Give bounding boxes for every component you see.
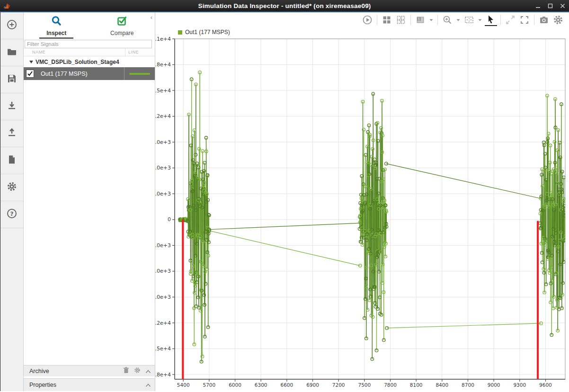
y-tick-label: -3.0e+3 [155, 242, 171, 249]
x-tick-label: 8700 [462, 382, 474, 388]
tab-inspect[interactable]: Inspect [24, 12, 89, 39]
settings-gear-icon [7, 181, 17, 194]
x-tick-label: 7800 [384, 382, 397, 388]
x-tick-label: 5400 [177, 382, 190, 388]
panel-tabs: Inspect Compare ‹ [24, 12, 155, 39]
signal-table-header: NAME LINE [24, 48, 155, 56]
plot-panel: 1 Out1 (177 MSPS) 2.1e+41.8e+41.5e+41.2e… [155, 12, 569, 391]
sidebar-button-settings-gear[interactable] [0, 174, 23, 201]
tree-group-row[interactable]: VMC_DSPLib_Solution_Stage4 [24, 56, 155, 67]
y-tick-label: 1.5e+4 [155, 88, 171, 94]
signal-line-swatch [129, 73, 150, 75]
toolbar-separator [500, 15, 501, 25]
sidebar-button-add-circle[interactable] [0, 12, 23, 39]
sync-subplots-grid-button[interactable] [395, 14, 407, 26]
x-tick-label: 8400 [436, 382, 448, 388]
tab-compare[interactable]: Compare [89, 12, 155, 39]
window-title: Simulation Data Inspector - untitled* (o… [0, 2, 569, 9]
minimize-button[interactable] [535, 3, 541, 9]
x-tick-label: 7200 [332, 382, 345, 388]
y-tick-label: 2.1e+4 [155, 37, 171, 42]
settings-gear-button[interactable] [552, 14, 564, 26]
save-disk-icon [7, 73, 17, 86]
signal-row[interactable]: Out1 (177 MSPS) [24, 67, 155, 80]
caret-down-icon[interactable] [455, 14, 461, 26]
title-bar: Simulation Data Inspector - untitled* (o… [0, 0, 569, 12]
y-tick-label: 3.0e+3 [155, 191, 171, 197]
toolbar-separator [410, 15, 411, 25]
column-header-line: LINE [125, 48, 155, 56]
zoom-in-button[interactable] [441, 14, 453, 26]
compare-check-icon [116, 15, 128, 28]
x-tick-label: 9000 [488, 382, 500, 388]
collapse-panel-icon[interactable]: ‹ [151, 14, 152, 21]
column-header-name: NAME [24, 48, 125, 56]
plot-toolbar: 1 [155, 12, 569, 27]
fit-to-view-button[interactable] [463, 14, 475, 26]
expand-diagonal-button[interactable] [504, 14, 516, 26]
y-tick-label: -9.0e+3 [155, 294, 171, 300]
active-tab-underline [39, 37, 73, 39]
caret-down-icon[interactable] [477, 14, 483, 26]
caret-down-icon[interactable] [428, 14, 434, 26]
legend-label: Out1 (177 MSPS) [185, 29, 230, 36]
toolbar-separator [377, 15, 377, 25]
y-tick-label: 0 [168, 216, 171, 223]
y-tick-label: 1.8e+4 [155, 62, 171, 68]
y-tick-label: -1.8e+4 [155, 372, 171, 378]
legend-swatch [178, 30, 182, 35]
x-tick-label: 5700 [203, 382, 216, 388]
sidebar-button-open-folder[interactable] [0, 39, 23, 66]
plot-area[interactable]: 2.1e+41.8e+41.5e+41.2e+49.0e+36.0e+33.0e… [155, 37, 569, 391]
filter-signals-input[interactable] [25, 40, 152, 48]
replay-circle-button[interactable] [361, 14, 373, 26]
y-tick-label: 6.0e+3 [155, 165, 171, 171]
magnifier-icon [51, 15, 62, 28]
maximize-button[interactable] [547, 3, 553, 9]
matlab-logo-icon [3, 2, 11, 10]
sidebar-button-import-arrow-down[interactable] [0, 93, 23, 120]
x-tick-label: 9600 [539, 382, 552, 388]
x-tick-label: 7500 [358, 382, 371, 388]
sidebar-button-export-arrow-up[interactable] [0, 120, 23, 147]
y-tick-label: 1.2e+4 [155, 113, 171, 119]
add-circle-icon [7, 19, 17, 32]
sidebar-button-help-circle[interactable]: ? [0, 201, 23, 228]
camera-snapshot-button[interactable] [538, 14, 550, 26]
export-arrow-up-icon [7, 127, 17, 140]
trash-icon[interactable] [123, 367, 129, 375]
fullscreen-brackets-button[interactable] [518, 14, 531, 26]
layout-grid-button[interactable] [381, 14, 393, 26]
help-circle-icon: ? [7, 208, 17, 221]
svg-text:?: ? [10, 211, 14, 217]
tree-group-label: VMC_DSPLib_Solution_Stage4 [36, 59, 119, 65]
signal-tree: VMC_DSPLib_Solution_Stage4 Out1 (177 MSP… [24, 56, 155, 365]
single-view-1-button[interactable]: 1 [414, 14, 427, 26]
signal-trace [178, 71, 567, 363]
y-tick-label: 9.0e+3 [155, 139, 171, 145]
open-folder-icon [7, 46, 17, 59]
toolbar-separator [437, 15, 438, 25]
x-tick-label: 6000 [229, 382, 241, 388]
plot-legend: Out1 (177 MSPS) [155, 27, 569, 37]
archive-chevron-up-icon[interactable] [145, 367, 151, 375]
cursor-arrow-button[interactable] [485, 14, 497, 26]
close-button[interactable] [560, 3, 565, 9]
sidebar-button-save-disk[interactable] [0, 66, 23, 93]
properties-chevron-up-icon[interactable] [145, 381, 151, 389]
signal-checkbox[interactable] [26, 70, 34, 78]
x-tick-label: 8100 [410, 382, 423, 388]
svg-text:1: 1 [418, 17, 420, 21]
x-tick-label: 6900 [306, 382, 319, 388]
x-tick-label: 6300 [255, 382, 267, 388]
signal-line-cell [124, 67, 155, 80]
archive-section-header[interactable]: Archive [24, 365, 155, 376]
y-tick-label: -1.5e+4 [155, 346, 171, 352]
left-icon-toolbar: ? [0, 12, 24, 391]
archive-gear-icon[interactable] [134, 367, 141, 375]
y-tick-label: -6.0e+3 [155, 268, 171, 274]
properties-section-header[interactable]: Properties [24, 378, 155, 391]
sidebar-button-report-page[interactable] [0, 147, 23, 174]
import-arrow-down-icon [7, 100, 17, 113]
x-tick-label: 9300 [513, 382, 526, 388]
